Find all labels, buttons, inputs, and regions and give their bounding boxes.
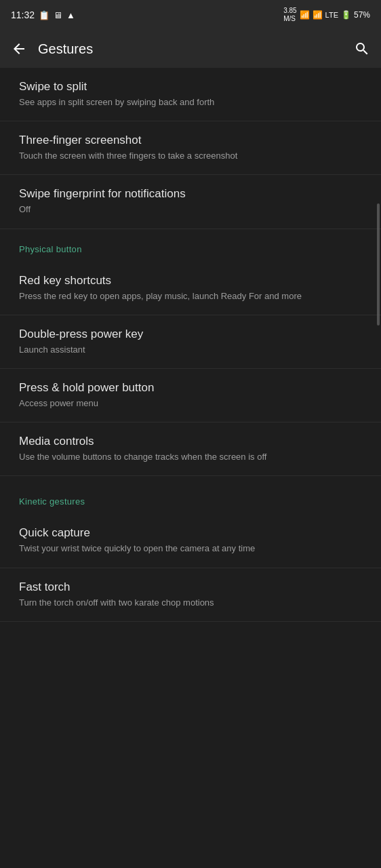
signal-icon: 📶 <box>300 10 310 20</box>
setting-title: Three-finger screenshot <box>19 134 362 147</box>
notification-icon-2: 🖥 <box>54 10 62 20</box>
setting-subtitle: Twist your wrist twice quickly to open t… <box>19 542 362 555</box>
lte-icon: LTE <box>325 11 338 19</box>
section-label: Kinetic gestures <box>19 496 85 507</box>
setting-three-finger-screenshot[interactable]: Three-finger screenshot Touch the screen… <box>0 121 381 175</box>
setting-title: Double-press power key <box>19 328 362 341</box>
setting-title: Press & hold power button <box>19 381 362 395</box>
time: 11:32 <box>11 9 35 20</box>
setting-subtitle: Use the volume buttons to change tracks … <box>19 451 362 463</box>
setting-subtitle: Press the red key to open apps, play mus… <box>19 290 362 302</box>
section-kinetic-gestures: Kinetic gestures <box>0 476 381 514</box>
setting-fast-torch[interactable]: Fast torch Turn the torch on/off with tw… <box>0 568 381 622</box>
setting-swipe-fingerprint[interactable]: Swipe fingerprint for notifications Off <box>0 175 381 229</box>
section-physical-button: Physical button <box>0 229 381 262</box>
setting-subtitle: Off <box>19 203 362 216</box>
setting-subtitle: Access power menu <box>19 397 362 410</box>
section-label: Physical button <box>19 244 82 254</box>
setting-red-key-shortcuts[interactable]: Red key shortcuts Press the red key to o… <box>0 262 381 315</box>
setting-subtitle: Touch the screen with three fingers to t… <box>19 150 362 162</box>
battery-percent: 57% <box>354 10 370 20</box>
notification-icon-3: ▲ <box>66 10 75 20</box>
back-button[interactable] <box>5 35 33 62</box>
setting-hold-power-button[interactable]: Press & hold power button Access power m… <box>0 369 381 422</box>
setting-swipe-to-split[interactable]: Swipe to split See apps in split screen … <box>0 68 381 121</box>
back-icon <box>11 41 27 57</box>
notification-icon-1: 📋 <box>39 10 49 20</box>
search-button[interactable] <box>348 35 376 62</box>
scrollbar-indicator <box>377 203 380 326</box>
setting-title: Fast torch <box>19 580 362 594</box>
setting-double-press-power[interactable]: Double-press power key Launch assistant <box>0 315 381 369</box>
setting-title: Red key shortcuts <box>19 274 362 288</box>
setting-title: Swipe fingerprint for notifications <box>19 187 362 201</box>
setting-title: Quick capture <box>19 526 362 540</box>
setting-title: Media controls <box>19 435 362 448</box>
wifi-icon: 📶 <box>313 10 323 20</box>
search-icon <box>354 41 370 57</box>
setting-subtitle: Turn the torch on/off with two karate ch… <box>19 597 362 609</box>
setting-quick-capture[interactable]: Quick capture Twist your wrist twice qui… <box>0 514 381 568</box>
settings-content: Swipe to split See apps in split screen … <box>0 68 381 622</box>
top-bar: Gestures <box>0 30 381 68</box>
status-bar: 11:32 📋 🖥 ▲ 3.85M/S 📶 📶 LTE 🔋 57% <box>0 0 381 30</box>
battery-icon: 🔋 <box>341 10 351 20</box>
status-icons: 3.85M/S 📶 📶 LTE 🔋 57% <box>283 7 370 23</box>
status-time-area: 11:32 📋 🖥 ▲ <box>11 9 75 20</box>
setting-subtitle: Launch assistant <box>19 344 362 356</box>
setting-title: Swipe to split <box>19 80 362 94</box>
setting-subtitle: See apps in split screen by swiping back… <box>19 96 362 108</box>
page-title: Gestures <box>38 41 343 57</box>
network-speed: 3.85M/S <box>283 7 296 23</box>
setting-media-controls[interactable]: Media controls Use the volume buttons to… <box>0 422 381 476</box>
